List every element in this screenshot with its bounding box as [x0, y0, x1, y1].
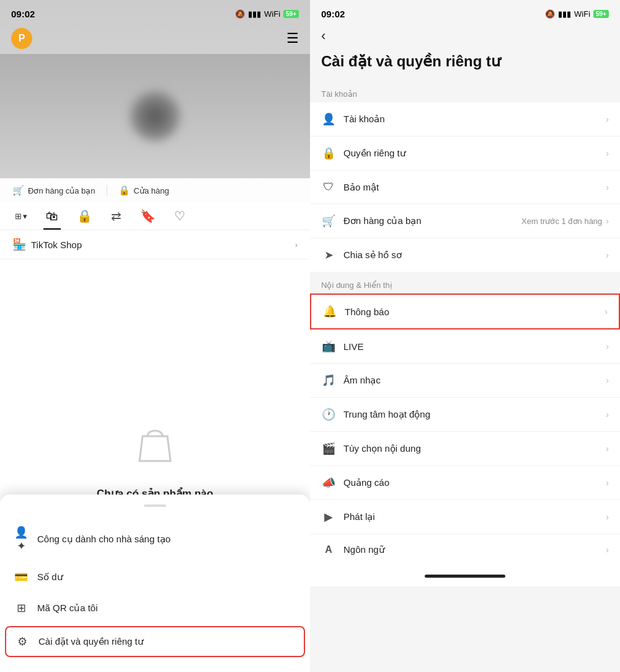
settings-item-tai-khoan[interactable]: 👤 Tài khoản ›: [310, 102, 620, 137]
creator-tools-label: Công cụ dành cho nhà sáng tạo: [37, 534, 170, 545]
settings-item-quang-cao[interactable]: 📣 Quảng cáo ›: [310, 466, 620, 500]
order-button[interactable]: 🛒 Đơn hàng của bạn: [12, 185, 95, 196]
nav-tabs: ⊞ ▾ 🛍 🔒 ⇄ 🔖 ♡: [0, 202, 310, 230]
quyen-rieng-tu-label: Quyền riêng tư: [343, 148, 406, 159]
left-time: 09:02: [11, 9, 35, 19]
video-icon: 🎬: [321, 442, 336, 455]
profile-image-area: [0, 54, 310, 178]
bottom-bar: [310, 565, 620, 586]
right-status-icons: 🔕 ▮▮▮ WiFi 59+: [545, 9, 609, 19]
trung-tam-left: 🕐 Trung tâm hoạt động: [321, 408, 430, 421]
menu-item-qr[interactable]: ⊞ Mã QR của tôi: [0, 593, 310, 624]
don-hang-right: Xem trước 1 đơn hàng ›: [521, 216, 609, 226]
tiktok-shop-label: TikTok Shop: [31, 240, 82, 250]
settings-item-quyen-rieng-tu[interactable]: 🔒 Quyền riêng tư ›: [310, 137, 620, 171]
settings-label: Cài đặt và quyền riêng tư: [38, 636, 144, 647]
signal-bars-icon: ▮▮▮: [248, 9, 261, 19]
don-hang-label: Đơn hàng của bạn: [343, 215, 422, 226]
chevron-phat-lai-icon: ›: [606, 512, 609, 522]
tuy-chon-label: Tùy chọn nội dung: [343, 443, 421, 454]
chevron-thong-bao-icon: ›: [604, 307, 608, 316]
ngon-ngu-right: ›: [606, 545, 609, 555]
creator-tools-icon: 👤✦: [14, 526, 29, 553]
tab-bookmark[interactable]: 🔖: [138, 202, 158, 230]
page-title: Cài đặt và quyền riêng tư: [321, 52, 609, 71]
hamburger-menu-icon[interactable]: ☰: [286, 30, 299, 47]
chevron-tai-khoan-icon: ›: [606, 114, 609, 124]
shop-bag-icon: 🛍: [46, 209, 58, 223]
settings-item-am-nhac[interactable]: 🎵 Âm nhạc ›: [310, 364, 620, 398]
back-button[interactable]: ‹: [321, 28, 609, 44]
chevron-trung-tam-icon: ›: [606, 410, 609, 419]
profile-avatar-blur: [130, 91, 180, 141]
settings-item-chia-se[interactable]: ➤ Chia sẻ hồ sơ ›: [310, 238, 620, 272]
bottom-sheet: 👤✦ Công cụ dành cho nhà sáng tạo 💳 Số dư…: [0, 495, 310, 672]
quyen-rieng-tu-left: 🔒 Quyền riêng tư: [321, 146, 406, 160]
tab-heart[interactable]: ♡: [172, 202, 188, 230]
tiktok-shop-row[interactable]: 🏪 TikTok Shop ›: [0, 230, 310, 259]
quang-cao-right: ›: [606, 478, 609, 488]
music-icon: 🎵: [321, 374, 336, 387]
settings-item-tuy-chon[interactable]: 🎬 Tùy chọn nội dung ›: [310, 432, 620, 466]
tab-grid-dropdown[interactable]: ⊞ ▾: [12, 205, 30, 227]
order-label: Đơn hàng của bạn: [28, 186, 95, 195]
order-bar: 🛒 Đơn hàng của bạn 🔒 Cửa hàng: [0, 178, 310, 202]
right-mute-icon: 🔕: [545, 9, 555, 19]
settings-item-live[interactable]: 📺 LIVE ›: [310, 329, 620, 364]
live-label: LIVE: [343, 341, 364, 352]
settings-group-account: 👤 Tài khoản › 🔒 Quyền riêng tư › 🛡: [310, 102, 620, 272]
settings-item-ngon-ngu[interactable]: A Ngôn ngữ ›: [310, 534, 620, 565]
balance-icon: 💳: [14, 570, 29, 584]
trung-tam-label: Trung tâm hoạt động: [343, 409, 430, 420]
tab-lock[interactable]: 🔒: [74, 202, 95, 230]
settings-item-phat-lai[interactable]: ▶ Phát lại ›: [310, 500, 620, 534]
chevron-bao-mat-icon: ›: [606, 182, 609, 192]
left-header: P ☰: [0, 23, 310, 54]
grid-icon: ⊞: [15, 212, 22, 221]
share-icon: ➤: [321, 248, 336, 262]
bell-icon: 🔔: [322, 305, 337, 318]
wifi-icon: WiFi: [264, 9, 280, 19]
quang-cao-left: 📣 Quảng cáo: [321, 476, 389, 490]
settings-item-bao-mat[interactable]: 🛡 Bảo mật ›: [310, 171, 620, 204]
cart-icon: 🛒: [12, 185, 24, 196]
menu-item-creator-tools[interactable]: 👤✦ Công cụ dành cho nhà sáng tạo: [0, 517, 310, 562]
thong-bao-left: 🔔 Thông báo: [322, 305, 389, 318]
thong-bao-right: ›: [604, 307, 608, 316]
chia-se-left: ➤ Chia sẻ hồ sơ: [321, 248, 402, 262]
chia-se-right: ›: [606, 250, 609, 260]
tab-transfer[interactable]: ⇄: [108, 202, 124, 230]
lock-icon: 🔒: [77, 209, 92, 223]
menu-item-balance[interactable]: 💳 Số dư: [0, 562, 310, 593]
home-indicator: [425, 575, 505, 578]
qr-label: Mã QR của tôi: [37, 603, 98, 614]
left-status-icons: 🔕 ▮▮▮ WiFi 59+: [235, 9, 299, 19]
chevron-quyen-icon: ›: [606, 148, 609, 158]
tiktok-shop-left: 🏪 TikTok Shop: [12, 238, 82, 251]
balance-label: Số dư: [37, 571, 63, 583]
avatar[interactable]: P: [11, 28, 32, 49]
user-icon: 👤: [321, 112, 336, 126]
lock-privacy-icon: 🔒: [321, 146, 336, 160]
store-button[interactable]: 🔒 Cửa hàng: [118, 185, 169, 196]
right-wifi-icon: WiFi: [574, 9, 590, 19]
section-label-account: Tài khoản: [310, 81, 620, 102]
settings-item-don-hang[interactable]: 🛒 Đơn hàng của bạn Xem trước 1 đơn hàng …: [310, 204, 620, 238]
settings-item-thong-bao[interactable]: 🔔 Thông báo ›: [311, 295, 619, 328]
cart-settings-icon: 🛒: [321, 214, 336, 228]
don-hang-left: 🛒 Đơn hàng của bạn: [321, 214, 422, 228]
mute-icon: 🔕: [235, 9, 245, 19]
play-icon: ▶: [321, 510, 336, 524]
menu-item-settings[interactable]: ⚙ Cài đặt và quyền riêng tư: [5, 626, 305, 657]
trung-tam-right: ›: [606, 410, 609, 419]
settings-item-trung-tam[interactable]: 🕐 Trung tâm hoạt động ›: [310, 398, 620, 432]
chevron-am-nhac-icon: ›: [606, 375, 609, 385]
right-status-bar: 09:02 🔕 ▮▮▮ WiFi 59+: [310, 0, 620, 23]
right-signal-icon: ▮▮▮: [558, 9, 571, 19]
shop-store-icon: 🏪: [12, 238, 26, 251]
tab-shop[interactable]: 🛍: [43, 203, 61, 230]
tai-khoan-left: 👤 Tài khoản: [321, 112, 385, 126]
quyen-rieng-tu-right: ›: [606, 148, 609, 158]
am-nhac-label: Âm nhạc: [343, 375, 381, 386]
right-header: ‹ Cài đặt và quyền riêng tư: [310, 23, 620, 81]
